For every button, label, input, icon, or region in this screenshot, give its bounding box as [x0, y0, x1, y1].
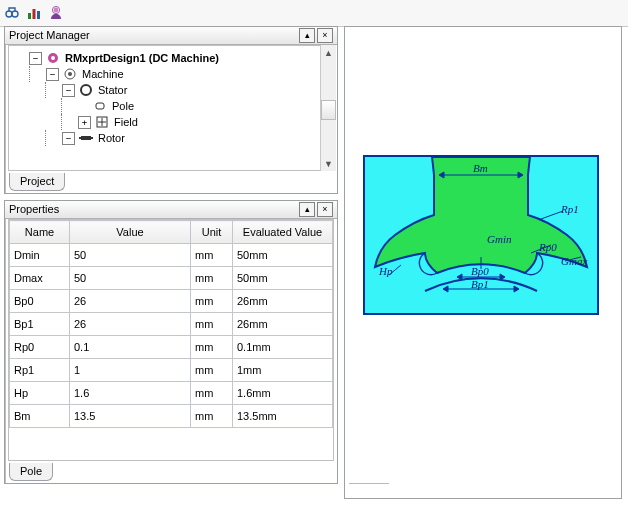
cell-name: Rp1 — [10, 359, 70, 382]
label-bp1: Bp1 — [471, 278, 489, 290]
cell-value[interactable]: 0.1 — [70, 336, 191, 359]
cell-value[interactable]: 1 — [70, 359, 191, 382]
person-gear-icon[interactable] — [48, 5, 64, 21]
cell-name: Dmax — [10, 267, 70, 290]
properties-title: Properties — [9, 201, 297, 218]
panel-pin-icon[interactable]: ▴ — [299, 28, 315, 43]
tab-project[interactable]: Project — [9, 173, 65, 191]
toolbar — [0, 0, 628, 27]
label-rp0: Rp0 — [538, 241, 557, 253]
tree-item-machine[interactable]: − Machine — [13, 66, 331, 82]
cell-eval: 26mm — [233, 313, 333, 336]
svg-point-11 — [81, 85, 91, 95]
label-bm: Bm — [473, 162, 488, 174]
panel-close-icon[interactable]: × — [317, 202, 333, 217]
cell-eval: 50mm — [233, 244, 333, 267]
field-icon — [94, 114, 110, 130]
binoculars-icon[interactable] — [4, 5, 20, 21]
project-tree[interactable]: − RMxprtDesign1 (DC Machine) − Machine − — [8, 45, 334, 171]
scroll-down-icon[interactable]: ▼ — [321, 156, 336, 171]
properties-grid[interactable]: Name Value Unit Evaluated Value Dmin50mm… — [8, 219, 334, 461]
table-row[interactable]: Dmin50mm50mm — [10, 244, 333, 267]
cell-value[interactable]: 26 — [70, 290, 191, 313]
cell-value[interactable]: 50 — [70, 267, 191, 290]
cell-unit[interactable]: mm — [191, 313, 233, 336]
tree-expander[interactable]: − — [62, 132, 75, 145]
cell-value[interactable]: 1.6 — [70, 382, 191, 405]
svg-point-5 — [54, 8, 59, 13]
tree-item-pole[interactable]: Pole — [13, 98, 331, 114]
cell-name: Bm — [10, 405, 70, 428]
col-eval[interactable]: Evaluated Value — [233, 221, 333, 244]
cell-name: Dmin — [10, 244, 70, 267]
cell-unit[interactable]: mm — [191, 244, 233, 267]
cell-unit[interactable]: mm — [191, 382, 233, 405]
cell-value[interactable]: 26 — [70, 313, 191, 336]
svg-point-10 — [68, 72, 72, 76]
tree-expander[interactable]: − — [46, 68, 59, 81]
cell-unit[interactable]: mm — [191, 336, 233, 359]
cell-unit[interactable]: mm — [191, 405, 233, 428]
label-gmax: Gmax — [561, 255, 587, 267]
table-row[interactable]: Bm13.5mm13.5mm — [10, 405, 333, 428]
svg-point-0 — [6, 11, 12, 17]
project-manager-titlebar[interactable]: Project Manager ▴ × — [5, 27, 337, 45]
diagram-canvas[interactable]: Bm Rp1 Gmin Rp0 Gmax Hp Bp0 Bp1 — [344, 26, 622, 499]
cell-unit[interactable]: mm — [191, 267, 233, 290]
cell-value[interactable]: 13.5 — [70, 405, 191, 428]
table-row[interactable]: Dmax50mm50mm — [10, 267, 333, 290]
cell-eval: 0.1mm — [233, 336, 333, 359]
tree-scrollbar[interactable]: ▲ ▼ — [320, 45, 336, 171]
table-row[interactable]: Bp126mm26mm — [10, 313, 333, 336]
status-divider — [349, 483, 389, 496]
rotor-icon — [78, 130, 94, 146]
table-row[interactable]: Rp00.1mm0.1mm — [10, 336, 333, 359]
tree-expander[interactable]: − — [62, 84, 75, 97]
tree-item-field[interactable]: + Field — [13, 114, 331, 130]
svg-rect-3 — [33, 9, 36, 19]
svg-rect-14 — [81, 136, 91, 140]
panel-pin-icon[interactable]: ▴ — [299, 202, 315, 217]
scroll-thumb[interactable] — [321, 100, 336, 120]
table-row[interactable]: Hp1.6mm1.6mm — [10, 382, 333, 405]
svg-rect-4 — [37, 11, 40, 19]
cell-name: Rp0 — [10, 336, 70, 359]
pole-diagram: Bm Rp1 Gmin Rp0 Gmax Hp Bp0 Bp1 — [363, 155, 599, 315]
panel-close-icon[interactable]: × — [317, 28, 333, 43]
label-rp1: Rp1 — [560, 203, 579, 215]
tab-pole[interactable]: Pole — [9, 463, 53, 481]
col-value[interactable]: Value — [70, 221, 191, 244]
tree-item-design[interactable]: − RMxprtDesign1 (DC Machine) — [13, 50, 331, 66]
tree-item-rotor[interactable]: − Rotor — [13, 130, 331, 146]
cell-unit[interactable]: mm — [191, 359, 233, 382]
stator-icon — [78, 82, 94, 98]
scroll-up-icon[interactable]: ▲ — [321, 45, 336, 60]
cell-value[interactable]: 50 — [70, 244, 191, 267]
svg-rect-12 — [96, 103, 104, 109]
tree-expander[interactable]: + — [78, 116, 91, 129]
label-hp: Hp — [378, 265, 393, 277]
cell-eval: 26mm — [233, 290, 333, 313]
svg-point-1 — [12, 11, 18, 17]
properties-titlebar[interactable]: Properties ▴ × — [5, 201, 337, 219]
cell-name: Bp0 — [10, 290, 70, 313]
label-gmin: Gmin — [487, 233, 512, 245]
cell-name: Hp — [10, 382, 70, 405]
chart-columns-icon[interactable] — [26, 5, 42, 21]
machine-icon — [62, 66, 78, 82]
cell-eval: 1.6mm — [233, 382, 333, 405]
svg-line-22 — [541, 211, 563, 219]
col-unit[interactable]: Unit — [191, 221, 233, 244]
table-row[interactable]: Bp026mm26mm — [10, 290, 333, 313]
cell-eval: 50mm — [233, 267, 333, 290]
cell-unit[interactable]: mm — [191, 290, 233, 313]
col-name[interactable]: Name — [10, 221, 70, 244]
svg-point-8 — [51, 56, 55, 60]
svg-rect-2 — [28, 13, 31, 19]
tree-expander[interactable]: − — [29, 52, 42, 65]
project-manager-title: Project Manager — [9, 27, 297, 44]
table-row[interactable]: Rp11mm1mm — [10, 359, 333, 382]
project-manager-panel: Project Manager ▴ × − RMxprtDesign1 (DC … — [4, 26, 338, 194]
cell-eval: 1mm — [233, 359, 333, 382]
tree-item-stator[interactable]: − Stator — [13, 82, 331, 98]
